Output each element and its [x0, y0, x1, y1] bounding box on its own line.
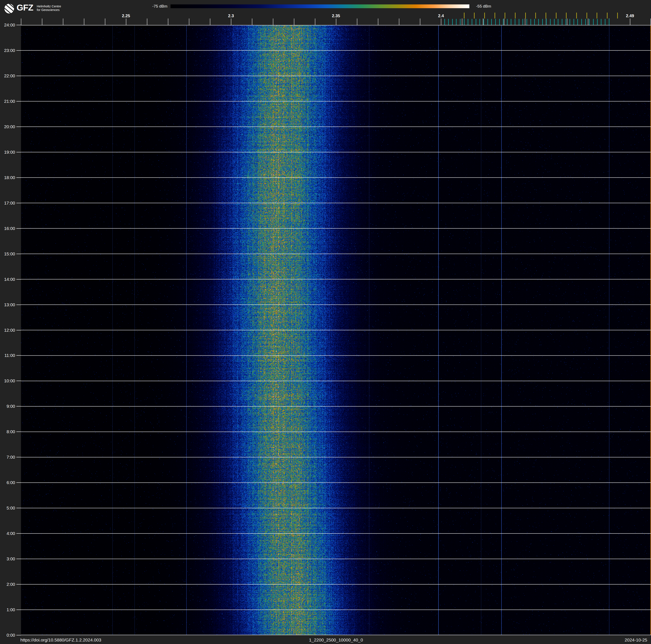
- freq-minor-tick: [336, 19, 336, 25]
- freq-minor-tick: [210, 19, 210, 25]
- channel-marker-tick: [479, 19, 480, 25]
- station-marker-tick: [495, 12, 495, 19]
- time-axis-tick: [17, 152, 21, 152]
- colorbar-min-label: -75 dBm: [152, 4, 167, 9]
- freq-minor-tick: [84, 19, 85, 25]
- time-axis-label: 0:00: [0, 633, 15, 638]
- time-axis-tick: [17, 101, 21, 101]
- time-axis-tick: [17, 254, 21, 254]
- channel-marker-tick: [484, 19, 484, 25]
- channel-marker-tick: [581, 19, 582, 25]
- time-axis-label: 23:00: [0, 48, 15, 53]
- channel-marker-tick: [472, 19, 472, 25]
- logo-subtitle-line2: for Geosciences: [37, 8, 61, 11]
- time-axis-tick: [17, 279, 21, 280]
- time-axis-tick: [17, 610, 21, 610]
- station-marker-tick: [607, 12, 608, 19]
- time-axis-label: 3:00: [0, 557, 15, 561]
- freq-minor-tick: [294, 19, 294, 25]
- channel-marker-tick: [511, 19, 512, 25]
- station-marker-tick: [515, 12, 516, 19]
- channel-marker-tick: [609, 19, 610, 25]
- time-axis-label: 14:00: [0, 277, 15, 282]
- channel-marker-tick: [542, 19, 543, 25]
- channel-marker-tick: [495, 19, 496, 25]
- time-axis-label: 17:00: [0, 201, 15, 205]
- logo-subtitle: Helmholtz Centre for Geosciences: [37, 4, 61, 11]
- station-marker-tick: [587, 12, 587, 19]
- freq-axis-label: 2.3: [228, 13, 234, 18]
- time-axis-label: 15:00: [0, 252, 15, 256]
- freq-axis-label: 2.25: [122, 13, 130, 18]
- freq-minor-tick: [21, 19, 22, 25]
- freq-minor-tick: [462, 19, 462, 25]
- time-axis-label: 24:00: [0, 23, 15, 27]
- time-axis-tick: [17, 330, 21, 330]
- channel-marker-tick: [534, 19, 535, 25]
- time-axis-tick: [17, 304, 21, 305]
- station-marker-tick: [597, 12, 597, 19]
- channel-marker-tick: [550, 19, 551, 25]
- station-marker-tick: [556, 12, 557, 19]
- channel-marker-tick: [569, 19, 570, 25]
- freq-minor-tick: [630, 19, 630, 25]
- station-marker-tick: [474, 12, 474, 19]
- freq-minor-tick: [399, 19, 399, 25]
- freq-minor-tick: [357, 19, 358, 25]
- logo-subtitle-line1: Helmholtz Centre: [37, 4, 61, 8]
- channel-marker-tick: [538, 19, 539, 25]
- time-axis-label: 22:00: [0, 74, 15, 78]
- spectrogram-plot: [21, 25, 651, 635]
- channel-marker-tick: [565, 19, 566, 25]
- freq-minor-tick: [231, 19, 231, 25]
- station-marker-tick: [535, 12, 536, 19]
- colorbar-max-label: -55 dBm: [476, 4, 491, 9]
- freq-minor-tick: [126, 19, 126, 25]
- freq-minor-tick: [420, 19, 421, 25]
- freq-minor-tick: [525, 19, 525, 25]
- gfz-globe-icon: [4, 3, 15, 14]
- logo-brand: GFZ: [17, 3, 33, 12]
- time-axis-tick: [17, 203, 21, 203]
- spectrogram-page: GFZ Helmholtz Centre for Geosciences -75…: [0, 0, 651, 644]
- time-axis-tick: [17, 635, 21, 635]
- channel-marker-tick: [464, 19, 465, 25]
- station-marker-tick: [505, 12, 505, 19]
- channel-marker-tick: [456, 19, 457, 25]
- time-axis-tick: [17, 355, 21, 356]
- freq-minor-tick: [168, 19, 168, 25]
- station-marker-tick: [464, 12, 465, 19]
- freq-minor-tick: [650, 19, 651, 25]
- time-axis-tick: [17, 457, 21, 457]
- time-axis-tick: [17, 432, 21, 432]
- freq-minor-tick: [441, 19, 441, 25]
- channel-marker-tick: [503, 19, 503, 25]
- freq-axis-label: 2.4: [438, 13, 444, 18]
- channel-marker-tick: [585, 19, 586, 25]
- freq-minor-tick: [252, 19, 252, 25]
- time-axis-tick: [17, 76, 21, 76]
- time-axis-tick: [17, 177, 21, 178]
- footer-doi: https://doi.org/10.5880/GFZ.1.2.2024.003: [20, 638, 101, 643]
- channel-marker-tick: [452, 19, 453, 25]
- freq-axis-label: 2.35: [332, 13, 340, 18]
- channel-marker-tick: [574, 19, 574, 25]
- time-axis-tick: [17, 381, 21, 381]
- channel-marker-tick: [577, 19, 578, 25]
- channel-marker-tick: [488, 19, 488, 25]
- time-axis-label: 12:00: [0, 328, 15, 332]
- channel-marker-tick: [523, 19, 523, 25]
- channel-marker-tick: [530, 19, 531, 25]
- time-axis-label: 7:00: [0, 455, 15, 460]
- channel-marker-tick: [589, 19, 590, 25]
- freq-minor-tick: [378, 19, 378, 25]
- time-axis-label: 1:00: [0, 608, 15, 612]
- freq-minor-tick: [567, 19, 567, 25]
- time-axis-tick: [17, 508, 21, 508]
- time-axis-label: 2:00: [0, 582, 15, 587]
- time-axis-label: 6:00: [0, 480, 15, 485]
- time-axis-label: 18:00: [0, 175, 15, 180]
- time-axis-tick: [17, 533, 21, 534]
- channel-marker-tick: [507, 19, 507, 25]
- station-marker-tick: [566, 12, 566, 19]
